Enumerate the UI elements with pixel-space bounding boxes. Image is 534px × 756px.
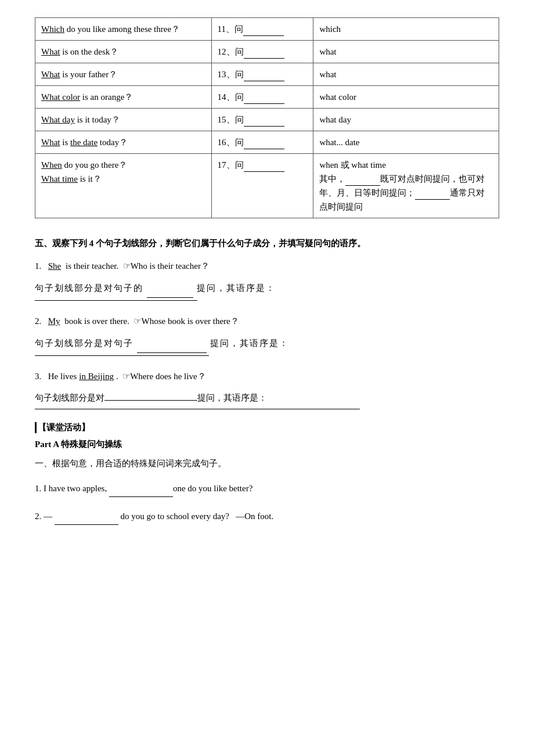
table-row-2-col2: 12、问 <box>211 41 313 63</box>
question-3: 3. He lives in Beijing . ☞Where does he … <box>35 369 499 409</box>
table-row-4-col3: what color <box>313 86 499 109</box>
ex2-blank[interactable] <box>55 516 118 525</box>
ex1-after: one do you like better? <box>173 484 252 493</box>
table-row-2-col3: what <box>313 41 499 63</box>
ex1-num: 1. I have two apples, <box>35 484 109 493</box>
table-row-6-col3: what... date <box>313 131 499 154</box>
q1-blank1[interactable] <box>147 289 193 298</box>
table-row-6-col2: 16、问 <box>211 131 313 154</box>
q2-blank1[interactable] <box>137 344 207 353</box>
q2-text: book is over there. ☞Whose book is over … <box>63 314 239 329</box>
q2-answer-line <box>35 355 209 356</box>
activity-title: 【课堂活动】 <box>35 422 499 433</box>
q1-underline: She <box>48 258 62 274</box>
grammar-table: Which do you like among these three？11、问… <box>35 17 499 218</box>
table-row-3-col2: 13、问 <box>211 63 313 86</box>
q3-num: 3. <box>35 369 46 384</box>
part-a-subtitle: 一、根据句意，用合适的特殊疑问词来完成句子。 <box>35 456 499 471</box>
q3-text-before: He lives <box>48 369 77 384</box>
section-5-title: 五、观察下列 4 个句子划线部分，判断它们属于什么句子成分，并填写疑问句的语序。 <box>35 236 499 251</box>
exercise-1: 1. I have two apples, one do you like be… <box>35 480 499 497</box>
q3-answer-text: 句子划线部分是对提问，其语序是： <box>35 389 499 406</box>
activity-section: 【课堂活动】 Part A 特殊疑问句操练 一、根据句意，用合适的特殊疑问词来完… <box>35 422 499 525</box>
wh-question-table: Which do you like among these three？11、问… <box>35 17 499 218</box>
q2-underline: My <box>48 314 60 329</box>
q3-blank1[interactable] <box>104 391 197 401</box>
table-row-1-col1: Which do you like among these three？ <box>35 18 212 41</box>
q1-answer-line <box>35 300 197 301</box>
table-row-1-col3: which <box>313 18 499 41</box>
ex2-after: do you go to school every day? —On foot. <box>118 512 273 521</box>
q2-sentence-line: 2. My book is over there. ☞Whose book is… <box>35 314 499 329</box>
table-row-4-col2: 14、问 <box>211 86 313 109</box>
table-row-5-col2: 15、问 <box>211 109 313 131</box>
table-row-5-col1: What day is it today？ <box>35 109 212 131</box>
q1-answer-text: 句子划线部分是对句子的 提问，其语序是： <box>35 279 499 298</box>
table-row-7-col2: 17、问 <box>211 154 313 218</box>
table-row-7-col1: When do you go there？What time is it？ <box>35 154 212 218</box>
q2-answer-text: 句子划线部分是对句子 提问，其语序是： <box>35 334 499 353</box>
question-1: 1. She is their teacher. ☞Who is their t… <box>35 258 499 301</box>
q1-text: is their teacher. ☞Who is their teacher？ <box>63 258 210 274</box>
q1-sentence-line: 1. She is their teacher. ☞Who is their t… <box>35 258 499 274</box>
table-row-5-col3: what day <box>313 109 499 131</box>
table-row-3-col3: what <box>313 63 499 86</box>
q1-num: 1. <box>35 258 46 274</box>
question-2: 2. My book is over there. ☞Whose book is… <box>35 314 499 356</box>
ex2-num: 2. — <box>35 512 55 521</box>
table-row-7-col3: when 或 what time其中，既可对点时间提问，也可对年、月、日等时间提… <box>313 154 499 218</box>
q3-answer-line <box>35 409 360 409</box>
q2-num: 2. <box>35 314 46 329</box>
q3-text: . ☞Where does he live？ <box>116 369 206 384</box>
table-row-6-col1: What is the date today？ <box>35 131 212 154</box>
q3-sentence-line: 3. He lives in Beijing . ☞Where does he … <box>35 369 499 384</box>
table-row-2-col1: What is on the desk？ <box>35 41 212 63</box>
part-a-title: Part A 特殊疑问句操练 <box>35 439 499 450</box>
ex1-blank[interactable] <box>109 488 173 497</box>
section-5: 五、观察下列 4 个句子划线部分，判断它们属于什么句子成分，并填写疑问句的语序。… <box>35 236 499 409</box>
exercise-2: 2. — do you go to school every day? —On … <box>35 507 499 525</box>
table-row-4-col1: What color is an orange？ <box>35 86 212 109</box>
table-row-1-col2: 11、问 <box>211 18 313 41</box>
table-row-3-col1: What is your father？ <box>35 63 212 86</box>
q3-underline: in Beijing <box>79 369 114 384</box>
